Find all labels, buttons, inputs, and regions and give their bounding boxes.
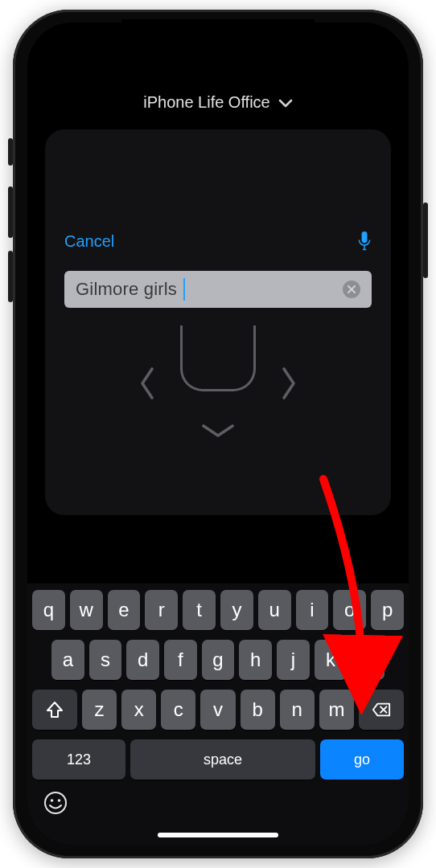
key-s[interactable]: s xyxy=(89,640,122,680)
backspace-key[interactable] xyxy=(359,690,404,730)
remote-header[interactable]: iPhone Life Office xyxy=(27,23,409,123)
key-t[interactable]: t xyxy=(183,590,216,630)
key-z[interactable]: z xyxy=(82,690,117,730)
key-u[interactable]: u xyxy=(258,590,291,630)
key-h[interactable]: h xyxy=(239,640,272,680)
emoji-key[interactable] xyxy=(43,791,68,815)
backspace-icon xyxy=(372,701,391,719)
key-q[interactable]: q xyxy=(32,590,65,630)
key-y[interactable]: y xyxy=(220,590,253,630)
key-f[interactable]: f xyxy=(164,640,197,680)
microphone-icon[interactable] xyxy=(357,231,372,252)
power-button xyxy=(423,203,428,278)
search-input-text: Gilmore girls xyxy=(76,279,177,300)
key-b[interactable]: b xyxy=(241,690,275,730)
key-x[interactable]: x xyxy=(121,690,156,730)
search-input[interactable]: Gilmore girls xyxy=(64,271,372,308)
volume-up-button xyxy=(8,186,13,238)
key-p[interactable]: p xyxy=(371,590,404,630)
shift-key[interactable] xyxy=(32,690,77,730)
cancel-button[interactable]: Cancel xyxy=(64,232,114,251)
key-n[interactable]: n xyxy=(280,690,315,730)
svg-point-5 xyxy=(51,799,54,802)
space-key[interactable]: space xyxy=(130,739,315,780)
text-caret xyxy=(183,278,185,301)
svg-point-4 xyxy=(45,792,66,813)
key-g[interactable]: g xyxy=(202,640,235,680)
dpad-controls xyxy=(45,326,391,441)
numbers-key[interactable]: 123 xyxy=(32,739,125,780)
dpad-left-button[interactable] xyxy=(137,366,158,401)
clear-text-button[interactable] xyxy=(343,280,360,298)
svg-point-6 xyxy=(58,799,61,802)
key-l[interactable]: l xyxy=(352,640,385,680)
key-r[interactable]: r xyxy=(145,590,178,630)
iphone-device-frame: iPhone Life Office Cancel Gilmore girls xyxy=(13,10,423,858)
key-k[interactable]: k xyxy=(315,640,348,680)
key-i[interactable]: i xyxy=(296,590,329,630)
key-m[interactable]: m xyxy=(319,690,354,730)
dpad-select-button[interactable] xyxy=(180,326,256,391)
key-v[interactable]: v xyxy=(200,690,235,730)
key-c[interactable]: c xyxy=(161,690,195,730)
chevron-down-icon xyxy=(278,98,293,108)
search-toolbar: Cancel xyxy=(64,231,372,252)
key-j[interactable]: j xyxy=(277,640,310,680)
device-name-label: iPhone Life Office xyxy=(143,93,270,112)
dpad-down-button[interactable] xyxy=(200,420,236,441)
screen: iPhone Life Office Cancel Gilmore girls xyxy=(27,23,409,845)
key-e[interactable]: e xyxy=(108,590,141,630)
key-w[interactable]: w xyxy=(70,590,103,630)
remote-surface: Cancel Gilmore girls xyxy=(45,129,391,515)
volume-down-button xyxy=(8,251,13,302)
onscreen-keyboard: qwertyuiop asdfghjkl zxcvbnm 123 xyxy=(27,583,409,845)
key-d[interactable]: d xyxy=(126,640,159,680)
silent-switch xyxy=(8,138,13,166)
key-a[interactable]: a xyxy=(51,640,84,680)
key-o[interactable]: o xyxy=(333,590,366,630)
dpad-right-button[interactable] xyxy=(278,366,299,401)
go-key[interactable]: go xyxy=(320,739,404,780)
close-icon xyxy=(348,285,356,293)
home-indicator[interactable] xyxy=(158,833,278,837)
shift-icon xyxy=(45,701,64,719)
